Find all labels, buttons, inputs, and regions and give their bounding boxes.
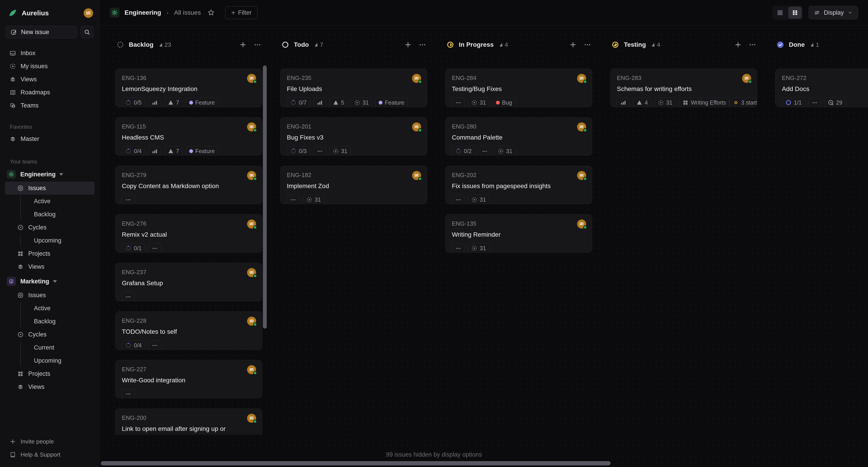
progress-ring-icon bbox=[290, 99, 297, 106]
issue-card-ENG-276[interactable]: ENG-276IRRemix v2 actual0/1 bbox=[115, 214, 262, 253]
assignee-avatar[interactable]: IR bbox=[577, 171, 586, 180]
add-issue-button[interactable] bbox=[404, 41, 412, 48]
assignee-avatar[interactable]: IR bbox=[247, 414, 256, 423]
issues-icon bbox=[17, 292, 24, 299]
invite-people-button[interactable]: Invite people bbox=[5, 435, 94, 448]
assignee-avatar[interactable]: IR bbox=[247, 220, 256, 229]
issue-id: ENG-235 bbox=[287, 74, 421, 81]
estimate-badge: 4 bbox=[633, 98, 651, 107]
issue-card-ENG-135[interactable]: ENG-135IRWriting Reminder31 bbox=[445, 214, 592, 253]
issue-card-ENG-202[interactable]: ENG-202IRFix issues from pagespeed insig… bbox=[445, 166, 592, 204]
sidebar-item-marketing-projects[interactable]: Projects bbox=[5, 367, 94, 380]
new-issue-button[interactable]: New issue bbox=[6, 26, 77, 38]
assignee-avatar[interactable]: IR bbox=[412, 74, 421, 83]
sidebar-item-engineering-backlog[interactable]: Backlog bbox=[5, 208, 94, 221]
presence-dot bbox=[583, 128, 587, 132]
sidebar-item-my-issues[interactable]: My issues bbox=[5, 60, 94, 73]
issue-card-ENG-200[interactable]: ENG-200IRLink to open email after signin… bbox=[115, 408, 262, 435]
assignee-avatar[interactable]: IR bbox=[247, 123, 256, 131]
help-support-button[interactable]: Help & Support bbox=[5, 448, 94, 461]
assignee-avatar[interactable]: IR bbox=[742, 74, 751, 83]
assignee-avatar[interactable]: IR bbox=[247, 171, 256, 180]
sidebar-item-marketing-upcoming[interactable]: Upcoming bbox=[5, 354, 94, 367]
no-priority-badge bbox=[148, 243, 161, 253]
column-options-button[interactable] bbox=[254, 41, 261, 48]
column-options-button[interactable] bbox=[418, 41, 426, 48]
backlog-column-scrollbar[interactable] bbox=[263, 66, 267, 329]
favorite-star-icon[interactable] bbox=[207, 8, 215, 17]
assignee-avatar[interactable]: IR bbox=[577, 220, 586, 229]
issue-card-ENG-284[interactable]: ENG-284IRTesting/Bug Fixes31Bug bbox=[445, 69, 592, 107]
breadcrumb-team[interactable]: Engineering bbox=[125, 9, 161, 16]
issue-card-ENG-228[interactable]: ENG-228IRTODO/Notes to self0/4 bbox=[115, 311, 262, 350]
sidebar-item-engineering-active[interactable]: Active bbox=[5, 195, 94, 208]
add-issue-button[interactable] bbox=[239, 41, 247, 48]
add-issue-button[interactable] bbox=[569, 41, 577, 48]
board-view-button[interactable] bbox=[788, 7, 802, 19]
sidebar-item-marketing-views[interactable]: Views bbox=[5, 380, 94, 393]
filter-button[interactable]: + Filter bbox=[225, 6, 257, 19]
issue-card-ENG-279[interactable]: ENG-279IRCopy Content as Markdown option bbox=[115, 166, 262, 204]
sidebar-item-marketing-backlog[interactable]: Backlog bbox=[5, 315, 94, 328]
display-button[interactable]: Display bbox=[809, 6, 858, 20]
column-options-button[interactable] bbox=[584, 41, 591, 48]
cycle-icon bbox=[658, 100, 664, 106]
assignee-avatar[interactable]: IR bbox=[247, 316, 256, 326]
sidebar-item-teams[interactable]: Teams bbox=[5, 99, 94, 112]
sidebar-item-roadmaps[interactable]: Roadmaps bbox=[5, 86, 94, 99]
assignee-avatar[interactable]: IR bbox=[247, 74, 256, 83]
issue-badges: 0/331 bbox=[287, 146, 421, 156]
sidebar-item-marketing-issues[interactable]: Issues bbox=[5, 289, 94, 302]
horizontal-scrollbar[interactable] bbox=[101, 461, 611, 465]
assignee-avatar[interactable]: IR bbox=[247, 268, 256, 277]
issue-card-ENG-136[interactable]: ENG-136IRLemonSqueezy Integration0/57Fea… bbox=[115, 69, 262, 107]
issue-card-ENG-227[interactable]: ENG-227IRWrite-Good integration bbox=[115, 360, 262, 398]
sidebar-item-label: Issues bbox=[28, 292, 46, 299]
issue-card-ENG-283[interactable]: ENG-283IRSchemas for writing efforts431W… bbox=[610, 69, 757, 107]
assignee-avatar[interactable]: IR bbox=[577, 123, 586, 131]
list-view-button[interactable] bbox=[774, 7, 786, 19]
assignee-avatar[interactable]: IR bbox=[412, 123, 421, 131]
workspace-switcher[interactable]: Aurelius IR bbox=[8, 7, 93, 20]
team-header-marketing[interactable]: Marketing bbox=[5, 274, 94, 289]
sidebar-item-engineering-issues[interactable]: Issues bbox=[5, 181, 94, 195]
breadcrumb-view[interactable]: All issues bbox=[174, 9, 201, 16]
assignee-avatar[interactable]: IR bbox=[577, 74, 586, 83]
sidebar-item-marketing-active[interactable]: Active bbox=[5, 302, 94, 315]
presence-dot bbox=[253, 128, 257, 132]
sidebar-item-engineering-projects[interactable]: Projects bbox=[5, 247, 94, 260]
column-options-button[interactable] bbox=[749, 41, 756, 48]
issue-card-ENG-280[interactable]: ENG-280IRCommand Palette0/231 bbox=[445, 117, 592, 156]
issue-card-ENG-201[interactable]: ENG-201IRBug Fixes v30/331 bbox=[280, 117, 427, 156]
no-priority-badge bbox=[122, 292, 135, 301]
issue-card-ENG-272[interactable]: ENG-272IRAdd Docs1/129 bbox=[775, 69, 868, 107]
issue-id: ENG-279 bbox=[122, 172, 256, 179]
progress-badge: 0/2 bbox=[452, 146, 475, 156]
issue-card-ENG-237[interactable]: ENG-237IRGrafana Setup bbox=[115, 263, 262, 301]
breadcrumb-team-icon-box[interactable] bbox=[110, 8, 120, 18]
workspace-name: Aurelius bbox=[22, 9, 49, 17]
sidebar-item-marketing-cycles[interactable]: Cycles bbox=[5, 328, 94, 341]
sidebar-item-favorite-master[interactable]: Master bbox=[5, 132, 94, 145]
team-header-engineering[interactable]: Engineering bbox=[5, 167, 94, 181]
issues-icon bbox=[17, 185, 24, 192]
roadmaps-icon bbox=[9, 89, 16, 96]
issue-card-ENG-235[interactable]: ENG-235IRFile Uploads0/7531Feature bbox=[280, 69, 427, 107]
assignee-avatar[interactable]: IR bbox=[247, 365, 256, 374]
your-teams-section-label: Your teams bbox=[10, 159, 99, 165]
sidebar-item-views[interactable]: Views bbox=[5, 73, 94, 86]
sidebar-item-marketing-current[interactable]: Current bbox=[5, 341, 94, 354]
sidebar-item-engineering-upcoming[interactable]: Upcoming bbox=[5, 234, 94, 247]
user-avatar[interactable]: IR bbox=[84, 8, 93, 18]
search-button[interactable] bbox=[81, 26, 94, 38]
add-issue-button[interactable] bbox=[734, 41, 742, 48]
sidebar-item-inbox[interactable]: Inbox bbox=[5, 46, 94, 60]
label-badge: Feature bbox=[375, 98, 408, 107]
issue-title: Grafana Setup bbox=[122, 279, 256, 288]
issue-card-ENG-182[interactable]: ENG-182IRImplement Zod31 bbox=[280, 166, 427, 204]
sidebar-item-engineering-cycles[interactable]: Cycles bbox=[5, 221, 94, 234]
sidebar-item-engineering-views[interactable]: Views bbox=[5, 260, 94, 273]
issue-card-ENG-115[interactable]: ENG-115IRHeadless CMS0/47Feature bbox=[115, 117, 262, 156]
estimate-sum-icon bbox=[159, 43, 162, 46]
assignee-avatar[interactable]: IR bbox=[412, 171, 421, 180]
